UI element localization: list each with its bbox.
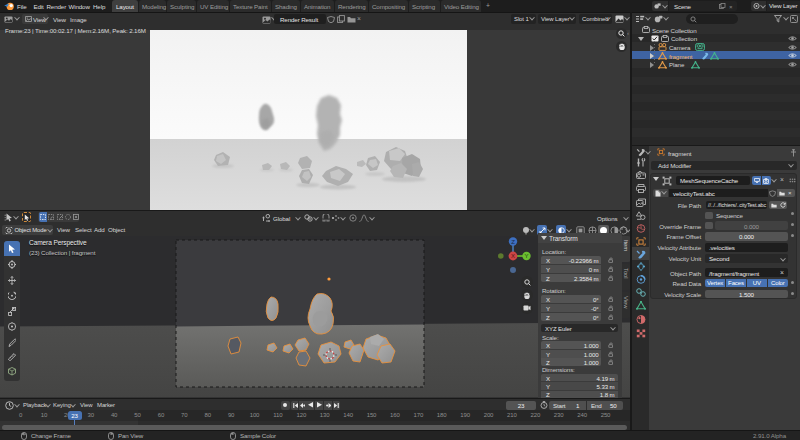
svg-text:X: X xyxy=(511,253,515,259)
svg-text:Z: Z xyxy=(511,239,515,245)
svg-text:Y: Y xyxy=(525,253,529,259)
